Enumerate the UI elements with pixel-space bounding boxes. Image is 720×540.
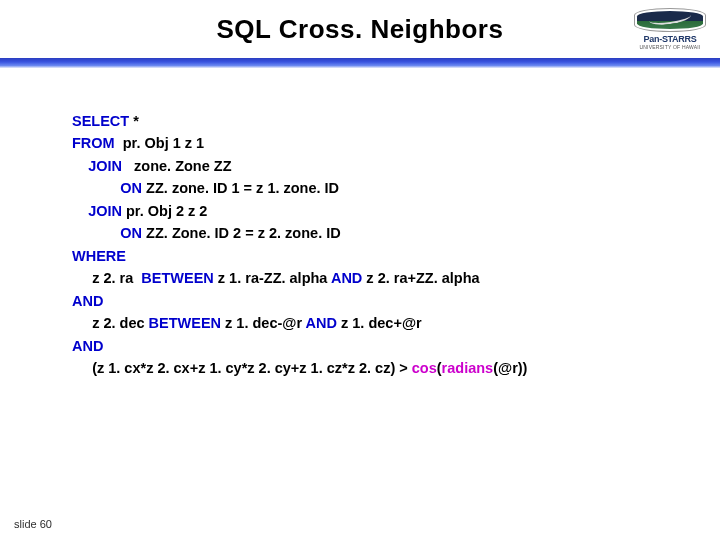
kw-between1: BETWEEN [141, 270, 214, 286]
kw-and-inline2: AND [306, 315, 337, 331]
from-src: pr. Obj 1 z 1 [115, 135, 204, 151]
panstarrs-logo-image [634, 8, 706, 32]
panstarrs-logo-subtitle: UNIVERSITY OF HAWAII [634, 44, 706, 50]
kw-where: WHERE [72, 248, 126, 264]
kw-select: SELECT [72, 113, 129, 129]
where-ra-b: z 1. ra-ZZ. alpha [214, 270, 331, 286]
where-dot-b: (@r)) [493, 360, 527, 376]
on1-expr: ZZ. zone. ID 1 = z 1. zone. ID [142, 180, 339, 196]
panstarrs-logo-text: Pan-STARRS [634, 34, 706, 44]
sql-star: * [129, 113, 143, 129]
on2-expr: ZZ. Zone. ID 2 = z 2. zone. ID [142, 225, 341, 241]
kw-between2: BETWEEN [149, 315, 222, 331]
slide-number: slide 60 [14, 518, 52, 530]
slide-title: SQL Cross. Neighbors [0, 14, 720, 45]
where-dec-b: z 1. dec-@r [221, 315, 306, 331]
join2-src: pr. Obj 2 z 2 [122, 203, 207, 219]
where-dec-c: z 1. dec+@r [337, 315, 422, 331]
kw-and2: AND [72, 338, 103, 354]
where-ra-a: z 2. ra [72, 270, 141, 286]
where-dot-a: (z 1. cx*z 2. cx+z 1. cy*z 2. cy+z 1. cz… [72, 360, 412, 376]
title-divider [0, 58, 720, 68]
kw-join1: JOIN [88, 158, 122, 174]
panstarrs-logo: Pan-STARRS UNIVERSITY OF HAWAII [634, 8, 706, 50]
kw-join2: JOIN [88, 203, 122, 219]
sql-code-block: SELECT * FROM pr. Obj 1 z 1 JOIN zone. Z… [72, 110, 660, 380]
where-dec-a: z 2. dec [72, 315, 149, 331]
join1-src: zone. Zone ZZ [122, 158, 232, 174]
where-ra-c: z 2. ra+ZZ. alpha [362, 270, 479, 286]
kw-on1: ON [120, 180, 142, 196]
kw-on2: ON [120, 225, 142, 241]
kw-and1: AND [72, 293, 103, 309]
kw-from: FROM [72, 135, 115, 151]
fn-radians: radians [442, 360, 494, 376]
fn-cos: cos [412, 360, 437, 376]
kw-and-inline1: AND [331, 270, 362, 286]
